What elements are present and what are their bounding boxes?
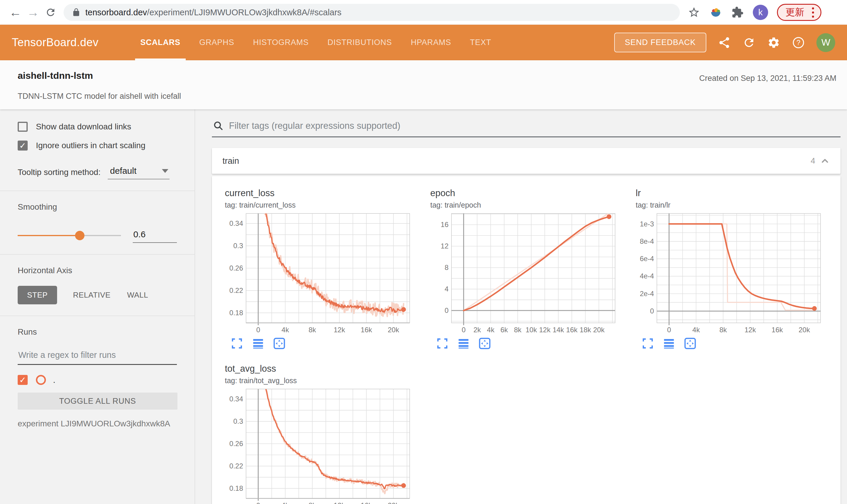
chart-canvas-current-loss[interactable]: 04k8k12k16k20k0.180.220.260.30.34	[219, 211, 413, 335]
run-checkbox[interactable]: ✓	[18, 375, 28, 385]
tooltip-sort-dropdown[interactable]: default	[108, 165, 170, 179]
log-scale-icon[interactable]	[662, 337, 676, 350]
svg-text:12k: 12k	[334, 326, 346, 334]
chevron-up-icon[interactable]	[820, 156, 830, 166]
tag-group-count: 4	[811, 156, 815, 165]
runs-filter-input[interactable]	[18, 348, 177, 365]
user-avatar[interactable]: W	[816, 33, 835, 52]
toggle-all-runs-button[interactable]: TOGGLE ALL RUNS	[18, 393, 177, 410]
send-feedback-button[interactable]: SEND FEEDBACK	[614, 33, 706, 52]
tag-group-name: train	[223, 156, 239, 166]
svg-text:16: 16	[440, 220, 449, 229]
help-icon[interactable]: ?	[792, 36, 805, 49]
chart-tag: tag: train/current_loss	[219, 201, 419, 209]
extension-bowl-icon[interactable]	[709, 6, 722, 19]
tag-filter-input[interactable]	[229, 121, 839, 131]
show-download-label: Show data download links	[36, 122, 131, 131]
experiment-header: aishell-tdnn-lstm TDNN-LSTM CTC model fo…	[0, 60, 847, 109]
extensions-puzzle-icon[interactable]	[731, 6, 744, 19]
svg-text:0.18: 0.18	[229, 484, 243, 492]
expand-chart-icon[interactable]	[230, 337, 244, 350]
fit-domain-icon[interactable]	[273, 337, 286, 350]
axis-relative-button[interactable]: RELATIVE	[65, 286, 119, 304]
svg-text:0.34: 0.34	[229, 219, 243, 227]
svg-text:6e-4: 6e-4	[640, 255, 654, 263]
svg-text:10k: 10k	[525, 326, 537, 334]
tab-bar: SCALARS GRAPHS HISTOGRAMS DISTRIBUTIONS …	[131, 25, 501, 60]
svg-text:12k: 12k	[745, 326, 756, 334]
slider-fill	[18, 235, 80, 236]
svg-text:0: 0	[650, 307, 654, 315]
svg-text:8e-4: 8e-4	[640, 237, 654, 245]
tab-distributions[interactable]: DISTRIBUTIONS	[318, 25, 401, 60]
fit-domain-icon[interactable]	[684, 337, 697, 350]
chart-actions	[630, 337, 830, 350]
app-logo[interactable]: TensorBoard.dev	[12, 36, 99, 49]
main-panel: train 4 current_loss tag: train/current_…	[195, 109, 847, 504]
smoothing-label: Smoothing	[0, 202, 194, 212]
run-name: .	[53, 375, 55, 385]
chart-canvas-lr[interactable]: 04k8k12k16k20k02e-44e-46e-48e-41e-3	[630, 211, 824, 335]
log-scale-icon[interactable]	[457, 337, 470, 350]
url-text: tensorboard.dev/experiment/LJI9MWUORLOw3…	[85, 8, 341, 17]
show-download-checkbox[interactable]	[18, 122, 28, 132]
smoothing-value-input[interactable]	[133, 228, 177, 243]
tab-hparams[interactable]: HPARAMS	[401, 25, 461, 60]
tab-text[interactable]: TEXT	[461, 25, 501, 60]
chrome-update-button[interactable]: 更新	[777, 4, 822, 21]
svg-text:0.3: 0.3	[234, 417, 243, 425]
svg-text:16k: 16k	[566, 326, 578, 334]
svg-text:12: 12	[440, 242, 449, 250]
chevron-down-icon	[162, 169, 168, 173]
ignore-outliers-row: ✓ Ignore outliers in chart scaling	[0, 141, 194, 150]
svg-text:16k: 16k	[772, 326, 783, 334]
browser-menu-icon[interactable]	[812, 7, 814, 18]
back-icon[interactable]: ←	[6, 3, 24, 21]
tab-graphs[interactable]: GRAPHS	[190, 25, 244, 60]
chart-actions	[425, 337, 624, 350]
svg-text:4k: 4k	[692, 326, 700, 334]
smoothing-slider-thumb[interactable]	[75, 231, 85, 240]
expand-chart-icon[interactable]	[641, 337, 655, 350]
chart-card-current-loss: current_loss tag: train/current_loss 04k…	[219, 188, 419, 350]
refresh-icon[interactable]	[742, 36, 756, 49]
reload-icon[interactable]	[42, 3, 59, 21]
search-icon	[213, 121, 224, 131]
share-icon[interactable]	[718, 36, 731, 49]
log-scale-icon[interactable]	[251, 337, 265, 350]
fit-domain-icon[interactable]	[478, 337, 491, 350]
divider	[0, 254, 194, 255]
chart-canvas-epoch[interactable]: 02k4k6k8k10k12k14k16k18k20k0481216	[425, 211, 619, 335]
settings-sidebar: Show data download links ✓ Ignore outlie…	[0, 109, 195, 504]
axis-wall-button[interactable]: WALL	[119, 286, 157, 304]
experiment-description: TDNN-LSTM CTC model for aishell with ice…	[18, 92, 835, 101]
check-icon: ✓	[19, 375, 26, 385]
browser-profile-avatar[interactable]: k	[753, 5, 768, 20]
ignore-outliers-checkbox[interactable]: ✓	[18, 141, 28, 150]
divider	[0, 191, 194, 191]
axis-step-button[interactable]: STEP	[18, 286, 57, 304]
divider	[0, 316, 194, 316]
tag-group-train-header[interactable]: train 4	[212, 148, 841, 174]
chart-tag: tag: train/tot_avg_loss	[219, 376, 419, 385]
tab-histograms[interactable]: HISTOGRAMS	[244, 25, 318, 60]
svg-text:0: 0	[445, 306, 449, 314]
runs-filter	[18, 348, 177, 365]
bookmark-star-icon[interactable]	[688, 6, 701, 19]
svg-text:4k: 4k	[487, 326, 495, 334]
svg-text:12k: 12k	[539, 326, 551, 334]
svg-text:20k: 20k	[593, 326, 605, 334]
svg-text:8: 8	[445, 264, 449, 271]
chart-canvas-tot-avg-loss[interactable]: 04k8k12k16k20k0.180.220.260.30.34	[219, 386, 413, 504]
smoothing-slider[interactable]	[18, 235, 121, 236]
settings-gear-icon[interactable]	[767, 36, 780, 49]
check-icon: ✓	[19, 141, 26, 150]
charts-card: current_loss tag: train/current_loss 04k…	[212, 176, 841, 504]
forward-icon[interactable]: →	[24, 3, 42, 21]
address-bar[interactable]: tensorboard.dev/experiment/LJI9MWUORLOw3…	[64, 4, 680, 21]
expand-chart-icon[interactable]	[436, 337, 449, 350]
svg-text:0.34: 0.34	[229, 395, 243, 403]
svg-text:0.22: 0.22	[229, 286, 243, 294]
runs-label: Runs	[0, 327, 194, 337]
tab-scalars[interactable]: SCALARS	[131, 25, 190, 60]
